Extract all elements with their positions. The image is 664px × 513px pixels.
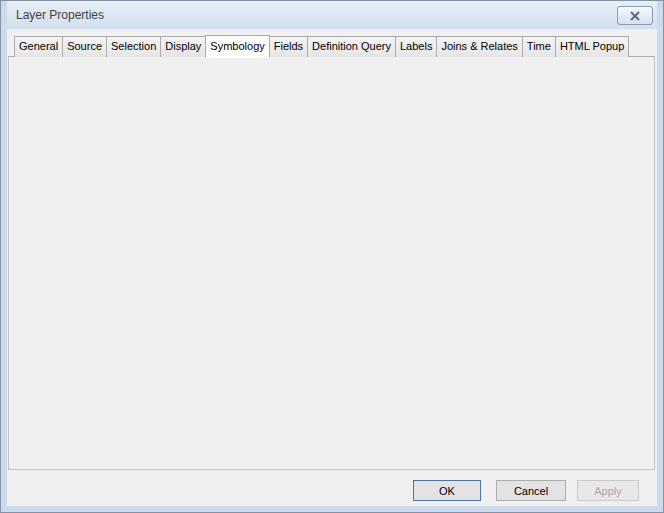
tab-selection[interactable]: Selection — [106, 36, 161, 57]
tab-labels[interactable]: Labels — [395, 36, 437, 57]
layer-properties-dialog: Layer Properties General Source Selectio… — [0, 0, 664, 513]
tab-display[interactable]: Display — [160, 36, 206, 57]
tab-symbology[interactable]: Symbology — [205, 35, 269, 58]
tab-joins-relates[interactable]: Joins & Relates — [436, 36, 522, 57]
symbology-tab-page — [8, 56, 655, 470]
tab-source[interactable]: Source — [62, 36, 107, 57]
close-icon — [629, 11, 641, 21]
tab-bar: General Source Selection Display Symbolo… — [14, 34, 628, 57]
close-button[interactable] — [617, 6, 653, 25]
tab-definition-query[interactable]: Definition Query — [307, 36, 396, 57]
ok-button[interactable]: OK — [413, 480, 481, 501]
tab-time[interactable]: Time — [522, 36, 556, 57]
cancel-button[interactable]: Cancel — [496, 480, 566, 501]
apply-button[interactable]: Apply — [577, 480, 639, 501]
tab-html-popup[interactable]: HTML Popup — [555, 36, 629, 57]
tab-general[interactable]: General — [14, 36, 63, 57]
title-bar[interactable]: Layer Properties — [7, 1, 657, 29]
tab-fields[interactable]: Fields — [269, 36, 308, 57]
window-title: Layer Properties — [7, 8, 104, 22]
